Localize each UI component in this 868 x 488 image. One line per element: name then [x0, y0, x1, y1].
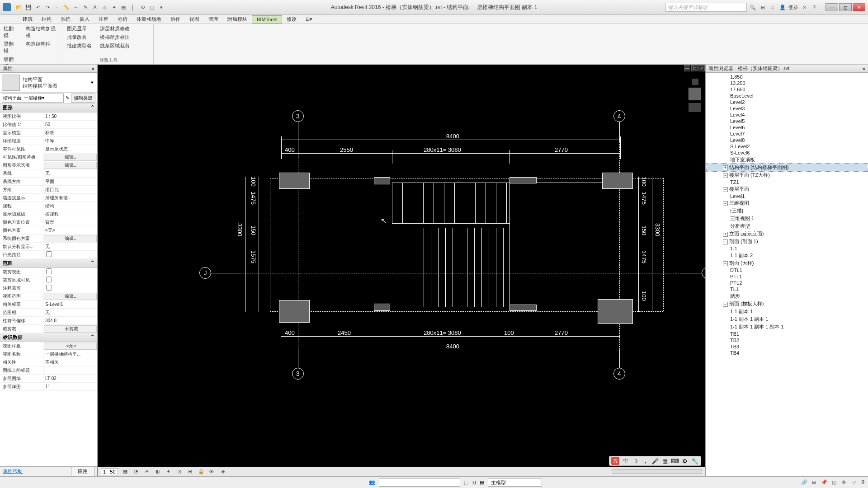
scrollbar-h[interactable] — [612, 469, 702, 474]
tree-item[interactable]: {三维} — [707, 207, 867, 215]
tree-item[interactable]: 13.250 — [707, 80, 867, 86]
prop-value[interactable] — [43, 268, 97, 275]
prop-value[interactable]: 结构 — [43, 203, 97, 209]
nav-arrow-icon[interactable] — [689, 103, 701, 112]
prop-value[interactable]: 304.8 — [43, 318, 97, 323]
menu-协作[interactable]: 协作 — [166, 15, 185, 23]
tree-item[interactable]: Level8 — [707, 137, 867, 143]
scale-selector[interactable]: 1 : 50 — [101, 468, 118, 475]
prop-row[interactable]: 相关标高S-Level1 — [0, 300, 97, 309]
tree-item[interactable]: Level7 — [707, 131, 867, 137]
column[interactable] — [279, 173, 310, 189]
prop-row[interactable]: 基线方向平面 — [0, 178, 97, 186]
tree-item[interactable]: 1-1 副本 1 副本 1 副本 1 — [707, 323, 867, 331]
view-close-icon[interactable]: × — [698, 65, 705, 71]
tree-item[interactable]: 1.850 — [707, 74, 867, 80]
prop-value[interactable]: 不剪裁 — [44, 325, 97, 333]
prop-value[interactable]: 清理所有墙... — [43, 195, 97, 201]
close-icon[interactable]: × — [92, 66, 94, 71]
prop-value[interactable]: 编辑... — [44, 162, 97, 169]
tree-item[interactable]: TZ1 — [707, 179, 867, 185]
undo-icon[interactable]: ↶ — [34, 3, 42, 11]
search-icon[interactable]: 🔍 — [749, 3, 757, 11]
ime-logo-icon[interactable]: S — [611, 457, 619, 465]
ime-toolbar[interactable]: S 中 ☽ ， 🎤 ▦ ⌨ ⚙ 🔧 — [609, 456, 701, 466]
prop-value[interactable]: 编辑... — [44, 154, 97, 161]
tree-item[interactable]: S-Level2 — [707, 143, 867, 150]
ribbon-btn[interactable]: 批建类型名 — [66, 42, 93, 50]
tree-item[interactable]: 1-1 — [707, 245, 867, 252]
prop-row[interactable]: 注释裁剪 — [0, 284, 97, 292]
prop-value[interactable]: 一层楼梯结构平... — [43, 351, 97, 357]
tree-item[interactable]: 1-1 副本 1 — [707, 308, 867, 315]
type-selector[interactable]: 结构平面结构楼梯平面图 ▾ — [0, 73, 97, 93]
menu-视图[interactable]: 视图 — [185, 15, 204, 23]
tree-item[interactable]: −剖面 (剖面 1) — [707, 238, 867, 245]
chevron-down-icon[interactable]: ▾ — [89, 80, 95, 85]
select-pinned-icon[interactable]: 📌 — [821, 479, 828, 486]
prop-row[interactable]: 图形显示选项编辑... — [0, 161, 97, 169]
grid-bubble-4[interactable]: 4 — [613, 110, 625, 122]
ribbon-btn[interactable]: 梁翻模 — [3, 40, 19, 55]
select-face-icon[interactable]: ◫ — [830, 479, 838, 486]
reveal-icon[interactable]: ◈ — [219, 468, 226, 475]
maximize-button[interactable]: ◻ — [839, 3, 852, 11]
prop-row[interactable]: 颜色方案位置背景 — [0, 218, 97, 226]
instance-selector[interactable]: 结构平面: 一层楼梯▾ — [2, 94, 64, 103]
tree-item[interactable]: −楼层平面 (TZ大样) — [707, 171, 867, 179]
menu-插入[interactable]: 插入 — [75, 15, 94, 23]
beam[interactable] — [509, 305, 537, 311]
sync-icon[interactable]: ⟲ — [138, 3, 146, 11]
prop-row[interactable]: 柱符号偏移304.8 — [0, 317, 97, 325]
crop-icon[interactable]: ⊡ — [176, 468, 183, 475]
prop-value[interactable] — [43, 251, 97, 258]
ime-moon-icon[interactable]: ☽ — [631, 457, 639, 465]
prop-row[interactable]: 视图样板<无> — [0, 342, 97, 350]
apply-button[interactable]: 应用 — [71, 467, 94, 476]
menu-分析[interactable]: 分析 — [113, 15, 132, 23]
prop-row[interactable]: 相关性不相关 — [0, 358, 97, 366]
sun-icon[interactable]: ☀ — [143, 468, 151, 475]
ime-kbd-icon[interactable]: ⌨ — [671, 457, 679, 465]
prop-value[interactable]: 1 : 50 — [43, 114, 97, 119]
search-input[interactable]: 键入关键字或短语 — [665, 3, 747, 12]
ribbon-btn[interactable]: 柱翻模 — [3, 25, 19, 39]
grid-bubble-3[interactable]: 3 — [292, 110, 304, 122]
prop-row[interactable]: 默认分析显示...无 — [0, 243, 97, 251]
tree-item[interactable]: Level2 — [707, 99, 867, 105]
tree-item[interactable]: 地下室顶板 — [707, 156, 867, 164]
view-maximize-icon[interactable]: ◻ — [691, 65, 698, 71]
prop-row[interactable]: 裁剪区域可见 — [0, 276, 97, 284]
tree-item[interactable]: S-Level6 — [707, 150, 867, 156]
prop-row[interactable]: 视图范围编辑... — [0, 292, 97, 300]
prop-row[interactable]: 范围框无 — [0, 309, 97, 317]
prop-value[interactable]: 11 — [43, 384, 97, 389]
tree-item[interactable]: TB3 — [707, 343, 867, 350]
dim-icon[interactable]: ↔ — [72, 3, 80, 11]
tree-item[interactable]: Level6 — [707, 124, 867, 131]
tree-item[interactable]: Level5 — [707, 118, 867, 124]
prop-row[interactable]: 比例值 1:50 — [0, 121, 97, 129]
tree-item[interactable]: DTL1 — [707, 267, 867, 273]
tree-item[interactable]: 三维视图 1 — [707, 215, 867, 222]
prop-value[interactable]: 不相关 — [43, 359, 97, 366]
prop-value[interactable]: 平面 — [43, 178, 97, 185]
tree-item[interactable]: −三维视图 — [707, 199, 867, 207]
select-underlay-icon[interactable]: ⊞ — [811, 479, 818, 486]
prop-row[interactable]: 显示模型标准 — [0, 129, 97, 137]
shadow-icon[interactable]: ◐ — [154, 468, 161, 475]
ime-punct-icon[interactable]: ， — [641, 457, 649, 465]
prop-value[interactable]: 标准 — [43, 130, 97, 136]
prop-row[interactable]: 规程结构 — [0, 202, 97, 210]
tree-item[interactable]: TB1 — [707, 331, 867, 337]
close-icon[interactable]: × — [863, 66, 865, 71]
menu-extra[interactable]: ⊡▾ — [301, 15, 317, 23]
prop-value[interactable]: 无 — [43, 244, 97, 250]
prop-value[interactable] — [43, 277, 97, 283]
tree-item[interactable]: −楼层平面 — [707, 185, 867, 193]
tree-item[interactable]: Level3 — [707, 105, 867, 112]
window-icon[interactable]: ▢ — [148, 3, 156, 11]
prop-value[interactable]: <无> — [44, 343, 97, 350]
tree-item[interactable]: 分析模型 — [707, 222, 867, 230]
prop-row[interactable]: 显示隐藏线按规程 — [0, 210, 97, 218]
